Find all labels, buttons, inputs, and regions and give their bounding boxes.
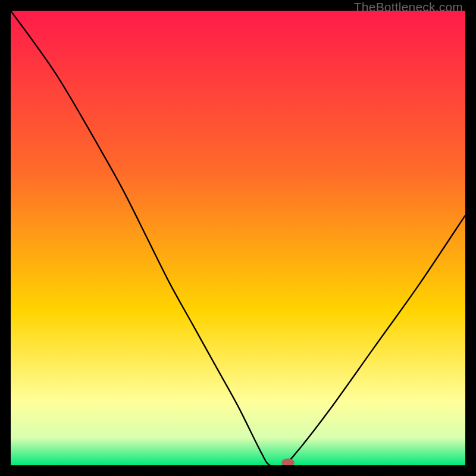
chart-frame: TheBottleneck.com [0, 0, 476, 476]
bottleneck-chart [11, 11, 465, 465]
gradient-background [11, 11, 465, 465]
